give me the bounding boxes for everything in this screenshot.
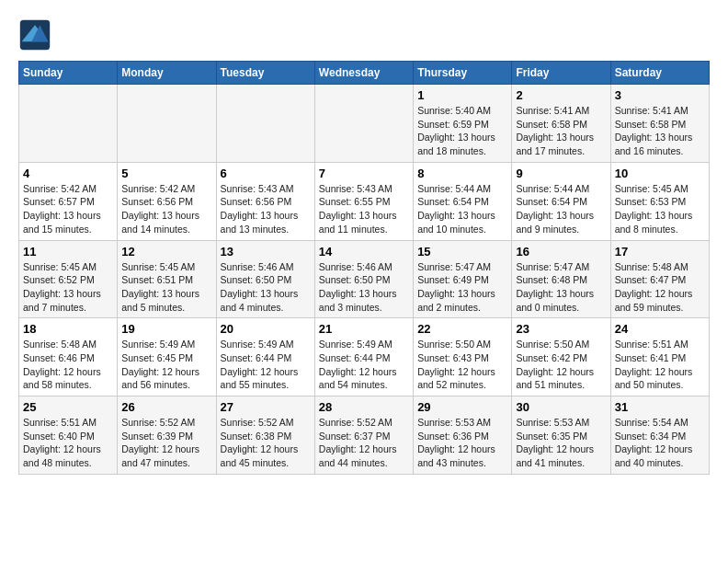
day-number: 24 bbox=[615, 322, 705, 336]
weekday-header-wednesday: Wednesday bbox=[314, 62, 413, 85]
day-number: 18 bbox=[23, 322, 113, 336]
day-info: Sunrise: 5:51 AM Sunset: 6:40 PM Dayligh… bbox=[23, 416, 113, 470]
day-info: Sunrise: 5:42 AM Sunset: 6:56 PM Dayligh… bbox=[121, 182, 211, 236]
day-info: Sunrise: 5:41 AM Sunset: 6:58 PM Dayligh… bbox=[516, 104, 606, 158]
day-info: Sunrise: 5:44 AM Sunset: 6:54 PM Dayligh… bbox=[417, 182, 507, 236]
day-number: 26 bbox=[121, 400, 211, 414]
day-number: 3 bbox=[615, 88, 705, 102]
day-number: 29 bbox=[417, 400, 507, 414]
calendar-cell: 11Sunrise: 5:45 AM Sunset: 6:52 PM Dayli… bbox=[19, 240, 118, 318]
day-info: Sunrise: 5:45 AM Sunset: 6:53 PM Dayligh… bbox=[615, 182, 705, 236]
calendar-cell: 21Sunrise: 5:49 AM Sunset: 6:44 PM Dayli… bbox=[314, 318, 413, 396]
day-number: 28 bbox=[319, 400, 409, 414]
day-info: Sunrise: 5:50 AM Sunset: 6:43 PM Dayligh… bbox=[417, 338, 507, 392]
day-number: 2 bbox=[516, 88, 606, 102]
calendar-table: SundayMondayTuesdayWednesdayThursdayFrid… bbox=[18, 61, 710, 475]
day-number: 30 bbox=[516, 400, 606, 414]
logo bbox=[18, 18, 55, 52]
day-info: Sunrise: 5:50 AM Sunset: 6:42 PM Dayligh… bbox=[516, 338, 606, 392]
day-number: 31 bbox=[615, 400, 705, 414]
calendar-cell bbox=[216, 85, 314, 163]
day-number: 10 bbox=[615, 167, 705, 180]
calendar-cell: 31Sunrise: 5:54 AM Sunset: 6:34 PM Dayli… bbox=[610, 396, 709, 475]
calendar-cell: 7Sunrise: 5:43 AM Sunset: 6:55 PM Daylig… bbox=[314, 162, 413, 240]
day-number: 8 bbox=[417, 167, 507, 180]
calendar-cell: 28Sunrise: 5:52 AM Sunset: 6:37 PM Dayli… bbox=[314, 396, 413, 475]
day-number: 5 bbox=[121, 167, 211, 180]
day-number: 1 bbox=[417, 88, 507, 102]
calendar-cell: 18Sunrise: 5:48 AM Sunset: 6:46 PM Dayli… bbox=[19, 318, 118, 396]
calendar-cell: 14Sunrise: 5:46 AM Sunset: 6:50 PM Dayli… bbox=[314, 240, 413, 318]
day-info: Sunrise: 5:43 AM Sunset: 6:56 PM Dayligh… bbox=[221, 182, 311, 236]
weekday-header-saturday: Saturday bbox=[610, 62, 709, 85]
day-info: Sunrise: 5:45 AM Sunset: 6:51 PM Dayligh… bbox=[121, 260, 211, 315]
day-info: Sunrise: 5:49 AM Sunset: 6:44 PM Dayligh… bbox=[319, 338, 409, 392]
calendar-cell bbox=[118, 85, 216, 163]
calendar-body: 1Sunrise: 5:40 AM Sunset: 6:59 PM Daylig… bbox=[19, 85, 710, 475]
day-number: 14 bbox=[319, 245, 409, 259]
day-info: Sunrise: 5:46 AM Sunset: 6:50 PM Dayligh… bbox=[221, 260, 311, 315]
day-info: Sunrise: 5:46 AM Sunset: 6:50 PM Dayligh… bbox=[319, 260, 409, 315]
calendar-cell: 25Sunrise: 5:51 AM Sunset: 6:40 PM Dayli… bbox=[19, 396, 118, 475]
day-number: 27 bbox=[221, 400, 311, 414]
day-info: Sunrise: 5:52 AM Sunset: 6:37 PM Dayligh… bbox=[319, 416, 409, 470]
day-info: Sunrise: 5:49 AM Sunset: 6:45 PM Dayligh… bbox=[121, 338, 211, 392]
day-info: Sunrise: 5:45 AM Sunset: 6:52 PM Dayligh… bbox=[23, 260, 113, 315]
calendar-cell: 13Sunrise: 5:46 AM Sunset: 6:50 PM Dayli… bbox=[216, 240, 314, 318]
logo-icon bbox=[18, 18, 51, 52]
calendar-cell: 30Sunrise: 5:53 AM Sunset: 6:35 PM Dayli… bbox=[512, 396, 610, 475]
day-number: 4 bbox=[23, 167, 113, 180]
calendar-cell: 16Sunrise: 5:47 AM Sunset: 6:48 PM Dayli… bbox=[512, 240, 610, 318]
day-info: Sunrise: 5:52 AM Sunset: 6:38 PM Dayligh… bbox=[221, 416, 311, 470]
calendar-cell: 19Sunrise: 5:49 AM Sunset: 6:45 PM Dayli… bbox=[118, 318, 216, 396]
calendar-header: SundayMondayTuesdayWednesdayThursdayFrid… bbox=[19, 62, 710, 85]
calendar-cell: 6Sunrise: 5:43 AM Sunset: 6:56 PM Daylig… bbox=[216, 162, 314, 240]
calendar-week-4: 18Sunrise: 5:48 AM Sunset: 6:46 PM Dayli… bbox=[19, 318, 710, 396]
day-info: Sunrise: 5:42 AM Sunset: 6:57 PM Dayligh… bbox=[23, 182, 113, 236]
day-info: Sunrise: 5:47 AM Sunset: 6:49 PM Dayligh… bbox=[417, 260, 507, 315]
day-info: Sunrise: 5:53 AM Sunset: 6:36 PM Dayligh… bbox=[417, 416, 507, 470]
calendar-week-5: 25Sunrise: 5:51 AM Sunset: 6:40 PM Dayli… bbox=[19, 396, 710, 475]
calendar-cell: 20Sunrise: 5:49 AM Sunset: 6:44 PM Dayli… bbox=[216, 318, 314, 396]
day-number: 25 bbox=[23, 400, 113, 414]
calendar-cell: 29Sunrise: 5:53 AM Sunset: 6:36 PM Dayli… bbox=[414, 396, 512, 475]
day-number: 20 bbox=[221, 322, 311, 336]
calendar-cell: 2Sunrise: 5:41 AM Sunset: 6:58 PM Daylig… bbox=[512, 85, 610, 163]
day-info: Sunrise: 5:49 AM Sunset: 6:44 PM Dayligh… bbox=[221, 338, 311, 392]
day-info: Sunrise: 5:51 AM Sunset: 6:41 PM Dayligh… bbox=[615, 338, 705, 392]
calendar-week-1: 1Sunrise: 5:40 AM Sunset: 6:59 PM Daylig… bbox=[19, 85, 710, 163]
calendar-week-3: 11Sunrise: 5:45 AM Sunset: 6:52 PM Dayli… bbox=[19, 240, 710, 318]
day-number: 7 bbox=[319, 167, 409, 180]
day-info: Sunrise: 5:48 AM Sunset: 6:47 PM Dayligh… bbox=[615, 260, 705, 315]
calendar-cell: 1Sunrise: 5:40 AM Sunset: 6:59 PM Daylig… bbox=[414, 85, 512, 163]
weekday-header-monday: Monday bbox=[118, 62, 216, 85]
weekday-header-sunday: Sunday bbox=[19, 62, 118, 85]
calendar-week-2: 4Sunrise: 5:42 AM Sunset: 6:57 PM Daylig… bbox=[19, 162, 710, 240]
day-number: 23 bbox=[516, 322, 606, 336]
calendar-cell: 4Sunrise: 5:42 AM Sunset: 6:57 PM Daylig… bbox=[19, 162, 118, 240]
weekday-row: SundayMondayTuesdayWednesdayThursdayFrid… bbox=[19, 62, 710, 85]
day-info: Sunrise: 5:47 AM Sunset: 6:48 PM Dayligh… bbox=[516, 260, 606, 315]
day-number: 15 bbox=[417, 245, 507, 259]
day-number: 22 bbox=[417, 322, 507, 336]
day-number: 19 bbox=[121, 322, 211, 336]
day-info: Sunrise: 5:53 AM Sunset: 6:35 PM Dayligh… bbox=[516, 416, 606, 470]
day-info: Sunrise: 5:41 AM Sunset: 6:58 PM Dayligh… bbox=[615, 104, 705, 158]
calendar-cell: 15Sunrise: 5:47 AM Sunset: 6:49 PM Dayli… bbox=[414, 240, 512, 318]
day-number: 6 bbox=[221, 167, 311, 180]
calendar-cell: 22Sunrise: 5:50 AM Sunset: 6:43 PM Dayli… bbox=[414, 318, 512, 396]
calendar-cell: 27Sunrise: 5:52 AM Sunset: 6:38 PM Dayli… bbox=[216, 396, 314, 475]
calendar-cell: 23Sunrise: 5:50 AM Sunset: 6:42 PM Dayli… bbox=[512, 318, 610, 396]
calendar-cell: 24Sunrise: 5:51 AM Sunset: 6:41 PM Dayli… bbox=[610, 318, 709, 396]
weekday-header-thursday: Thursday bbox=[414, 62, 512, 85]
day-info: Sunrise: 5:48 AM Sunset: 6:46 PM Dayligh… bbox=[23, 338, 113, 392]
day-number: 11 bbox=[23, 245, 113, 259]
weekday-header-tuesday: Tuesday bbox=[216, 62, 314, 85]
calendar-cell: 17Sunrise: 5:48 AM Sunset: 6:47 PM Dayli… bbox=[610, 240, 709, 318]
day-info: Sunrise: 5:54 AM Sunset: 6:34 PM Dayligh… bbox=[615, 416, 705, 470]
day-number: 13 bbox=[221, 245, 311, 259]
day-number: 16 bbox=[516, 245, 606, 259]
calendar-cell: 9Sunrise: 5:44 AM Sunset: 6:54 PM Daylig… bbox=[512, 162, 610, 240]
day-info: Sunrise: 5:40 AM Sunset: 6:59 PM Dayligh… bbox=[417, 104, 507, 158]
day-info: Sunrise: 5:43 AM Sunset: 6:55 PM Dayligh… bbox=[319, 182, 409, 236]
